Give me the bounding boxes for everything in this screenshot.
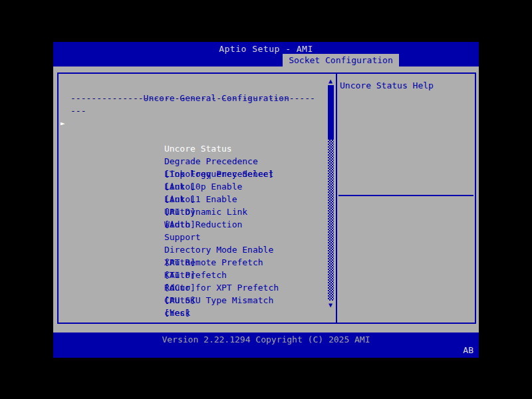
option-row[interactable]: UPI Dynamic Link [Auto] bbox=[59, 180, 336, 193]
key-hints bbox=[337, 196, 475, 323]
options-rows: ► Uncore Status Degrade Precedence [Topo… bbox=[59, 117, 336, 294]
option-label: CPU SKU Type Mismatch bbox=[164, 294, 298, 307]
option-row[interactable]: XPT Remote Prefetch [Auto] bbox=[59, 231, 336, 243]
app-title: Aptio Setup - AMI bbox=[53, 42, 479, 55]
section-title: Uncore General Configuration bbox=[59, 79, 336, 92]
option-row[interactable]: CPU SKU Type Mismatch [Yes] bbox=[59, 269, 336, 281]
key-hint bbox=[340, 205, 475, 217]
option-row[interactable]: RdCur for XPT Prefetch [Auto] bbox=[59, 256, 336, 269]
key-hint bbox=[340, 281, 475, 293]
option-row[interactable]: Support bbox=[59, 205, 336, 218]
key-hint bbox=[340, 255, 475, 268]
panel-container: Uncore General Configuration -----------… bbox=[57, 72, 476, 324]
setup-body: Uncore General Configuration -----------… bbox=[53, 66, 479, 332]
scroll-up-icon[interactable]: ▲ bbox=[327, 76, 334, 85]
selection-cursor-icon: ► bbox=[61, 117, 70, 130]
options-menu: Uncore General Configuration -----------… bbox=[59, 74, 336, 294]
option-row[interactable]: Link Frequency Select [Auto] bbox=[59, 142, 336, 155]
key-hint bbox=[340, 306, 475, 319]
key-hint bbox=[340, 243, 475, 255]
version-text: Version 2.22.1294 Copyright (C) 2025 AMI bbox=[53, 332, 479, 345]
option-row[interactable]: Directory Mode Enable [Auto] bbox=[59, 218, 336, 231]
scrollbar-thumb[interactable] bbox=[328, 85, 334, 140]
options-panel: Uncore General Configuration -----------… bbox=[57, 72, 337, 324]
title-bar: Aptio Setup - AMI Socket Configuration bbox=[53, 42, 479, 66]
scroll-down-icon[interactable]: ▼ bbox=[327, 301, 334, 309]
option-row[interactable]: Width Reduction bbox=[59, 193, 336, 205]
key-hint bbox=[340, 268, 475, 281]
option-row[interactable]: ► Uncore Status bbox=[59, 117, 336, 130]
build-id: AB bbox=[463, 345, 473, 355]
option-row[interactable]: KTI Prefetch [Auto] bbox=[59, 243, 336, 256]
help-panel: Uncore Status Help bbox=[337, 72, 476, 324]
option-row[interactable]: Link L1 Enable [Auto] bbox=[59, 168, 336, 180]
key-hint bbox=[340, 217, 475, 230]
scrollbar[interactable]: ▲ ▼ bbox=[327, 76, 334, 309]
tab-socket-configuration[interactable]: Socket Configuration bbox=[283, 54, 399, 66]
scrollbar-track[interactable] bbox=[328, 140, 334, 301]
key-hint bbox=[340, 230, 475, 243]
option-label: check bbox=[164, 307, 298, 319]
help-spacer bbox=[337, 92, 475, 195]
help-title: Uncore Status Help bbox=[337, 74, 475, 92]
key-hint bbox=[340, 293, 475, 306]
status-bar: Version 2.22.1294 Copyright (C) 2025 AMI… bbox=[53, 332, 479, 358]
bios-screen: Aptio Setup - AMI Socket Configuration U… bbox=[0, 0, 532, 399]
option-row[interactable]: Link L0p Enable [Auto] bbox=[59, 155, 336, 168]
setup-window: Aptio Setup - AMI Socket Configuration U… bbox=[53, 42, 479, 358]
option-row[interactable]: check bbox=[59, 281, 336, 294]
option-row[interactable]: Degrade Precedence [Topology Precedence] bbox=[59, 130, 336, 142]
